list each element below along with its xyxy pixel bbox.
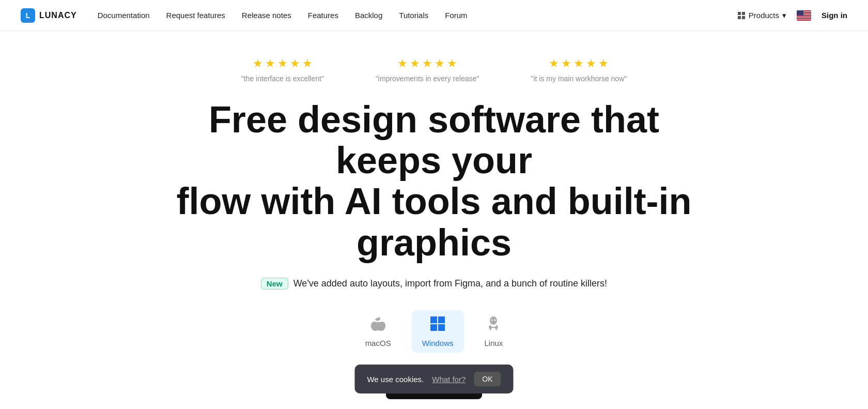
linux-label: Linux — [485, 339, 503, 347]
nav-features[interactable]: Features — [308, 11, 338, 20]
nav-links: Documentation Request features Release n… — [98, 11, 737, 20]
star: ★ — [302, 57, 313, 70]
star: ★ — [598, 57, 609, 70]
svg-rect-5 — [438, 316, 445, 323]
cookie-banner: We use cookies. What for? OK — [354, 365, 513, 393]
nav-forum[interactable]: Forum — [445, 11, 467, 20]
language-flag[interactable] — [797, 10, 811, 21]
star: ★ — [290, 57, 300, 70]
svg-rect-2 — [738, 16, 741, 19]
svg-rect-7 — [438, 324, 445, 331]
hero-heading: Free design software that keeps your flo… — [176, 99, 692, 263]
star: ★ — [574, 57, 584, 70]
reviews-section: ★ ★ ★ ★ ★ "the interface is excellent" ★… — [241, 57, 627, 83]
review-text-1: "the interface is excellent" — [241, 74, 324, 83]
cookie-text: We use cookies. — [367, 375, 424, 384]
new-badge-row: New We've added auto layouts, import fro… — [261, 278, 607, 290]
products-label: Products — [749, 11, 779, 20]
review-text-3: "it is my main workhorse now" — [531, 74, 627, 83]
new-badge: New — [261, 278, 288, 290]
nav-request-features[interactable]: Request features — [166, 11, 225, 20]
products-button[interactable]: Products ▾ — [737, 11, 786, 20]
grid-icon — [737, 11, 746, 20]
svg-rect-4 — [430, 316, 437, 323]
star: ★ — [277, 57, 288, 70]
star: ★ — [253, 57, 263, 70]
svg-rect-6 — [430, 324, 437, 331]
logo-icon: L — [21, 8, 35, 23]
nav-tutorials[interactable]: Tutorials — [399, 11, 428, 20]
svg-point-9 — [491, 319, 493, 321]
star: ★ — [410, 57, 420, 70]
os-tab-linux[interactable]: Linux — [474, 310, 514, 353]
nav-backlog[interactable]: Backlog — [355, 11, 382, 20]
star: ★ — [265, 57, 275, 70]
star: ★ — [586, 57, 596, 70]
svg-rect-3 — [742, 16, 745, 19]
star: ★ — [422, 57, 432, 70]
logo-text: LUNACY — [39, 11, 77, 20]
windows-label: Windows — [422, 339, 454, 347]
stars-2: ★ ★ ★ ★ ★ — [397, 57, 457, 70]
nav-documentation[interactable]: Documentation — [98, 11, 150, 20]
hero-subtitle: We've added auto layouts, import from Fi… — [293, 278, 607, 289]
star: ★ — [397, 57, 408, 70]
stars-3: ★ ★ ★ ★ ★ — [549, 57, 609, 70]
os-tabs: macOS Windows — [355, 310, 514, 353]
macos-icon — [370, 315, 386, 336]
star: ★ — [435, 57, 445, 70]
hero-heading-line2: flow with AI tools and built-in graphics — [176, 180, 691, 263]
main-content: ★ ★ ★ ★ ★ "the interface is excellent" ★… — [0, 31, 868, 409]
svg-rect-1 — [742, 12, 745, 15]
star: ★ — [561, 57, 571, 70]
star-half: ★ — [447, 57, 457, 70]
macos-label: macOS — [365, 339, 391, 347]
stars-1: ★ ★ ★ ★ ★ — [253, 57, 313, 70]
review-3: ★ ★ ★ ★ ★ "it is my main workhorse now" — [531, 57, 627, 83]
svg-rect-0 — [738, 12, 741, 15]
chevron-down-icon: ▾ — [782, 11, 786, 20]
logo[interactable]: L LUNACY — [21, 8, 77, 23]
navbar: L LUNACY Documentation Request features … — [0, 0, 868, 31]
review-text-2: "improvements in every release" — [376, 74, 479, 83]
svg-point-10 — [494, 319, 496, 321]
signin-button[interactable]: Sign in — [822, 11, 847, 20]
svg-point-8 — [490, 316, 497, 325]
windows-icon — [429, 315, 446, 336]
cookie-ok-button[interactable]: OK — [474, 372, 501, 386]
review-2: ★ ★ ★ ★ ★ "improvements in every release… — [376, 57, 479, 83]
linux-icon — [485, 315, 502, 336]
hero-heading-line1: Free design software that keeps your — [209, 99, 659, 181]
nav-release-notes[interactable]: Release notes — [242, 11, 291, 20]
nav-right: Products ▾ Sign in — [737, 10, 847, 21]
os-tab-macos[interactable]: macOS — [355, 310, 401, 353]
review-1: ★ ★ ★ ★ ★ "the interface is excellent" — [241, 57, 324, 83]
star: ★ — [549, 57, 559, 70]
os-tab-windows[interactable]: Windows — [412, 310, 464, 353]
cookie-what-for[interactable]: What for? — [432, 375, 466, 384]
